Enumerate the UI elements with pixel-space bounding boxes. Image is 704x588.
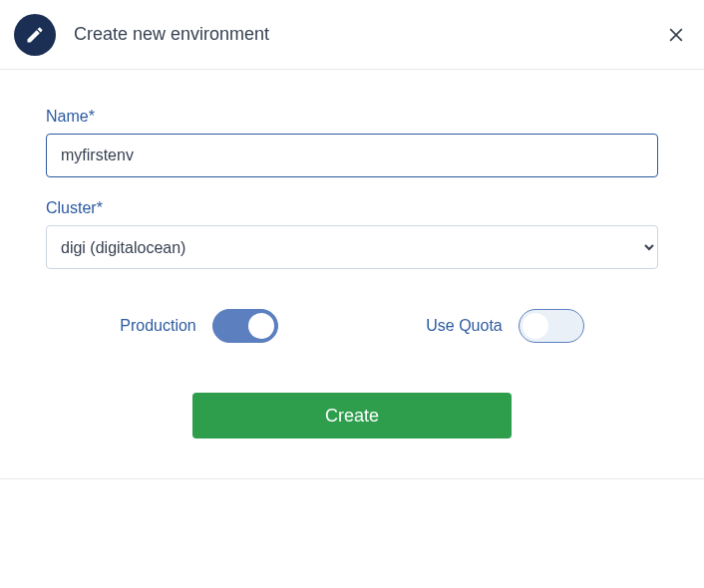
production-toggle[interactable] [212, 309, 278, 343]
pencil-circle-icon [14, 14, 56, 56]
use-quota-toggle[interactable] [519, 309, 584, 343]
name-input[interactable] [46, 134, 658, 177]
name-label: Name* [46, 108, 658, 126]
close-icon [666, 25, 686, 45]
pencil-icon [25, 25, 45, 45]
cluster-select[interactable]: digi (digitalocean) [46, 225, 658, 269]
close-button[interactable] [662, 21, 690, 49]
dialog-title: Create new environment [74, 24, 269, 45]
create-environment-dialog: Create new environment Name* Cluster* di… [0, 0, 704, 588]
dialog-header: Create new environment [0, 0, 704, 70]
toggle-knob [523, 313, 548, 339]
production-label: Production [120, 317, 196, 335]
toggles-row: Production Use Quota [46, 309, 658, 343]
use-quota-toggle-group: Use Quota [352, 309, 658, 343]
cluster-label: Cluster* [46, 199, 658, 217]
dialog-body: Name* Cluster* digi (digitalocean) Produ… [0, 70, 704, 479]
create-button[interactable]: Create [192, 393, 512, 439]
production-toggle-group: Production [46, 309, 352, 343]
use-quota-label: Use Quota [426, 317, 502, 335]
toggle-knob [248, 313, 274, 339]
